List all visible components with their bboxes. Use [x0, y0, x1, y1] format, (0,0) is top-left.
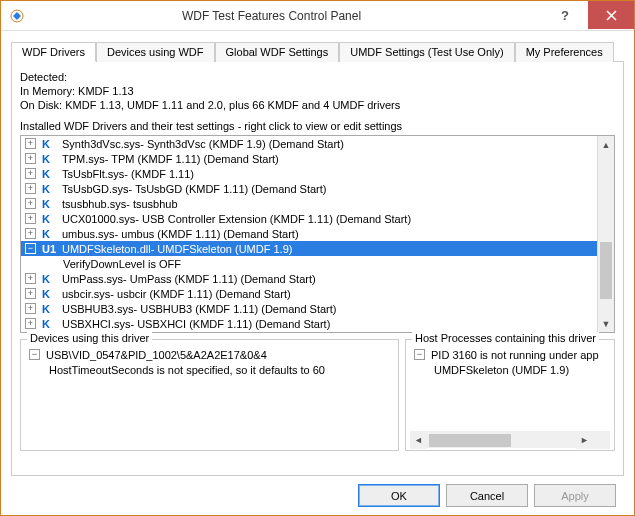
scroll-track-h[interactable] — [427, 432, 576, 449]
hosts-legend: Host Processes containing this driver — [412, 332, 599, 344]
caption-buttons: ? — [542, 1, 634, 30]
tree-row[interactable]: − PID 3160 is not running under app — [412, 348, 608, 363]
scroll-corner — [593, 432, 610, 449]
tab-umdf-settings[interactable]: UMDF Settings (Test Use Only) — [339, 42, 514, 62]
scroll-thumb-h[interactable] — [429, 434, 511, 447]
tab-my-preferences[interactable]: My Preferences — [515, 42, 614, 62]
devices-group: Devices using this driver − USB\VID_0547… — [20, 339, 399, 451]
tree-row[interactable]: VerifyDownLevel is OFF — [21, 256, 597, 271]
cancel-button[interactable]: Cancel — [446, 484, 528, 507]
expand-icon[interactable]: + — [25, 273, 36, 284]
tree-row[interactable]: +KTsUsbGD.sys- TsUsbGD (KMDF 1.11) (Dema… — [21, 181, 597, 196]
dialog-buttons: OK Cancel Apply — [11, 476, 624, 507]
detected-line: In Memory: KMDF 1.13 — [20, 84, 615, 98]
driver-text: tsusbhub.sys- tsusbhub — [62, 198, 178, 210]
host-line: PID 3160 is not running under app — [431, 348, 599, 363]
help-button[interactable]: ? — [542, 1, 588, 29]
ok-button[interactable]: OK — [358, 484, 440, 507]
driver-type-badge: K — [42, 303, 62, 315]
driver-text: umbus.sys- umbus (KMDF 1.11) (Demand Sta… — [62, 228, 299, 240]
tree-row[interactable]: +Ktsusbhub.sys- tsusbhub — [21, 196, 597, 211]
driver-text: UCX01000.sys- USB Controller Extension (… — [62, 213, 411, 225]
tab-strip: WDF Drivers Devices using WDF Global WDF… — [11, 41, 624, 62]
driver-type-badge: K — [42, 228, 62, 240]
tree-row[interactable]: +KUSBXHCI.sys- USBXHCI (KMDF 1.11) (Dema… — [21, 316, 597, 331]
detected-line: On Disk: KMDF 1.13, UMDF 1.11 and 2.0, p… — [20, 98, 615, 112]
tree-row[interactable]: +KTsUsbFlt.sys- (KMDF 1.11) — [21, 166, 597, 181]
tree-row[interactable]: +KUSBHUB3.sys- USBHUB3 (KMDF 1.11) (Dema… — [21, 301, 597, 316]
titlebar[interactable]: WDF Test Features Control Panel ? — [1, 1, 634, 31]
driver-type-badge: K — [42, 153, 62, 165]
tree-row[interactable]: −U1UMDFSkeleton.dll- UMDFSkeleton (UMDF … — [21, 241, 597, 256]
driver-tree[interactable]: +KSynth3dVsc.sys- Synth3dVsc (KMDF 1.9) … — [20, 135, 615, 333]
horizontal-scrollbar[interactable]: ◄ ► — [410, 431, 610, 448]
collapse-icon[interactable]: − — [29, 349, 40, 360]
detected-block: Detected: In Memory: KMDF 1.13 On Disk: … — [20, 70, 615, 112]
scroll-down-button[interactable]: ▼ — [598, 315, 614, 332]
driver-text: TsUsbFlt.sys- (KMDF 1.11) — [62, 168, 194, 180]
detected-line: Detected: — [20, 70, 615, 84]
device-id: USB\VID_0547&PID_1002\5&A2A2E17&0&4 — [46, 348, 267, 363]
window-title: WDF Test Features Control Panel — [1, 9, 542, 23]
close-button[interactable] — [588, 1, 634, 29]
driver-type-badge: K — [42, 288, 62, 300]
tree-row[interactable]: +KUmPass.sys- UmPass (KMDF 1.11) (Demand… — [21, 271, 597, 286]
client-area: WDF Drivers Devices using WDF Global WDF… — [1, 31, 634, 515]
expand-icon[interactable]: + — [25, 138, 36, 149]
driver-type-badge: K — [42, 138, 62, 150]
driver-text: VerifyDownLevel is OFF — [63, 258, 181, 270]
driver-text: USBXHCI.sys- USBXHCI (KMDF 1.11) (Demand… — [62, 318, 330, 330]
driver-tree-rows: +KSynth3dVsc.sys- Synth3dVsc (KMDF 1.9) … — [21, 136, 597, 332]
driver-type-badge: K — [42, 168, 62, 180]
devices-tree[interactable]: − USB\VID_0547&PID_1002\5&A2A2E17&0&4 Ho… — [27, 346, 392, 446]
expand-icon[interactable]: + — [25, 228, 36, 239]
expand-icon[interactable]: + — [25, 198, 36, 209]
tree-row[interactable]: +Kusbcir.sys- usbcir (KMDF 1.11) (Demand… — [21, 286, 597, 301]
driver-type-badge: K — [42, 318, 62, 330]
collapse-icon[interactable]: − — [414, 349, 425, 360]
scroll-thumb[interactable] — [600, 242, 612, 299]
driver-text: TsUsbGD.sys- TsUsbGD (KMDF 1.11) (Demand… — [62, 183, 326, 195]
window-frame: WDF Test Features Control Panel ? WDF Dr… — [0, 0, 635, 516]
close-icon — [606, 10, 617, 21]
tree-row[interactable]: HostTimeoutSeconds is not specified, so … — [27, 363, 392, 378]
expand-icon[interactable]: + — [25, 318, 36, 329]
driver-type-badge: K — [42, 183, 62, 195]
vertical-scrollbar[interactable]: ▲ ▼ — [597, 136, 614, 332]
tab-devices-using-wdf[interactable]: Devices using WDF — [96, 42, 215, 62]
scroll-track[interactable] — [598, 153, 614, 315]
expand-icon[interactable]: + — [25, 213, 36, 224]
expand-icon[interactable]: + — [25, 303, 36, 314]
apply-button: Apply — [534, 484, 616, 507]
scroll-right-button[interactable]: ► — [576, 432, 593, 449]
driver-type-badge: K — [42, 213, 62, 225]
tree-row[interactable]: − USB\VID_0547&PID_1002\5&A2A2E17&0&4 — [27, 348, 392, 363]
expand-icon[interactable]: + — [25, 153, 36, 164]
driver-type-badge: K — [42, 273, 62, 285]
lower-panels: Devices using this driver − USB\VID_0547… — [20, 339, 615, 451]
expand-icon[interactable]: + — [25, 183, 36, 194]
driver-text: Synth3dVsc.sys- Synth3dVsc (KMDF 1.9) (D… — [62, 138, 344, 150]
tree-row[interactable]: +KSynth3dVsc.sys- Synth3dVsc (KMDF 1.9) … — [21, 136, 597, 151]
scroll-left-button[interactable]: ◄ — [410, 432, 427, 449]
host-line: UMDFSkeleton (UMDF 1.9) — [434, 363, 569, 378]
tree-row[interactable]: UMDFSkeleton (UMDF 1.9) — [412, 363, 608, 378]
tree-row[interactable]: +Kumbus.sys- umbus (KMDF 1.11) (Demand S… — [21, 226, 597, 241]
expand-icon[interactable]: + — [25, 168, 36, 179]
expand-icon[interactable]: + — [25, 288, 36, 299]
devices-legend: Devices using this driver — [27, 332, 152, 344]
driver-text: TPM.sys- TPM (KMDF 1.11) (Demand Start) — [62, 153, 279, 165]
collapse-icon[interactable]: − — [25, 243, 36, 254]
host-processes-group: Host Processes containing this driver − … — [405, 339, 615, 451]
driver-text: usbcir.sys- usbcir (KMDF 1.11) (Demand S… — [62, 288, 291, 300]
scroll-up-button[interactable]: ▲ — [598, 136, 614, 153]
driver-text: UMDFSkeleton.dll- UMDFSkeleton (UMDF 1.9… — [62, 243, 292, 255]
tree-row[interactable]: +KTPM.sys- TPM (KMDF 1.11) (Demand Start… — [21, 151, 597, 166]
driver-text: UmPass.sys- UmPass (KMDF 1.11) (Demand S… — [62, 273, 316, 285]
tab-global-wdf-settings[interactable]: Global WDF Settings — [215, 42, 340, 62]
tree-row[interactable]: +KUCX01000.sys- USB Controller Extension… — [21, 211, 597, 226]
tab-wdf-drivers[interactable]: WDF Drivers — [11, 42, 96, 62]
driver-type-badge: U1 — [42, 243, 62, 255]
hosts-tree[interactable]: − PID 3160 is not running under app UMDF… — [412, 346, 608, 428]
device-detail: HostTimeoutSeconds is not specified, so … — [49, 363, 325, 378]
